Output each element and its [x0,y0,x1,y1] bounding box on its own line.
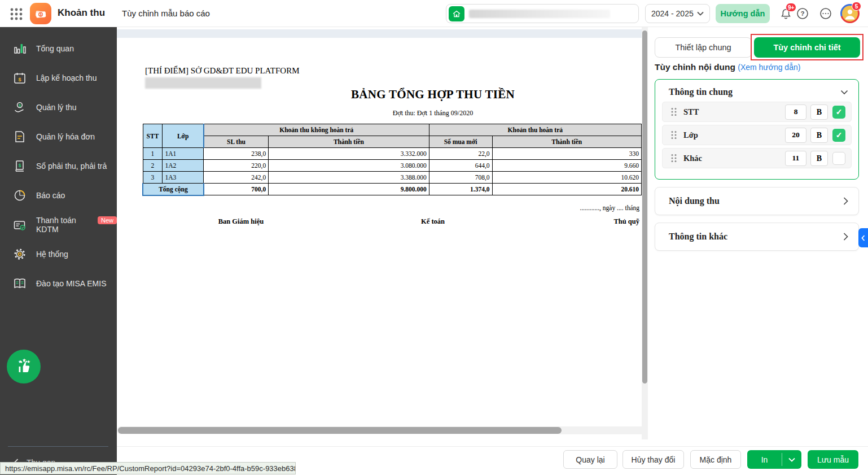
chevron-right-icon [843,233,848,241]
panel-collapse-button[interactable] [858,228,868,247]
drag-handle-icon[interactable] [670,154,678,163]
sidebar-item-quan-ly-hoa-don[interactable]: Quản lý hóa đơn [0,122,117,151]
report-page: [THÍ ĐIỂM] SỞ GD&ĐT EDU PLATFORM BẢNG TỔ… [117,38,642,433]
bar-chart-icon [12,41,27,56]
cell-thanh-tien-2: 9.660 [492,160,641,172]
school-year-value: 2024 - 2025 [651,9,694,18]
signature-ban-giam-hieu: Ban Giám hiệu [201,217,280,226]
svg-text:$: $ [19,163,21,168]
drag-handle-icon[interactable] [670,107,678,116]
drag-handle-icon[interactable] [670,130,678,140]
col-group-refund: Khoản thu hoàn trả [429,124,641,136]
status-url-text: https://emisapp.misa.vn/rc/Fee/RP/Custom… [5,464,296,473]
khoan-thu-app-icon[interactable]: $ [30,3,51,24]
sidebar-item-label: Lập kế hoạch thu [36,73,97,82]
visibility-checkbox-checked[interactable]: ✓ [832,106,845,119]
sidebar-item-dao-tao-misa-emis[interactable]: Đào tạo MISA EMIS [0,269,117,298]
default-button[interactable]: Mặc định [690,450,741,469]
noi-dung-thu-card[interactable]: Nội dung thu [655,187,859,215]
save-template-button[interactable]: Lưu mẫu [808,450,858,469]
tab-thiet-lap-chung[interactable]: Thiết lập chung [655,37,752,58]
help-button[interactable]: Hướng dẫn [716,4,770,23]
ledger-icon: $ [12,159,27,173]
more-options-icon[interactable] [818,6,834,21]
home-icon[interactable] [449,6,464,21]
view-guide-link[interactable]: (Xem hướng dẫn) [738,63,800,72]
field-row-stt: STT B ✓ [662,102,852,122]
cell-total-so-mua-moi: 1.374,0 [429,184,492,195]
print-dropdown-button[interactable] [782,450,801,469]
svg-text:★: ★ [27,359,30,364]
svg-text:★: ★ [22,358,26,363]
sidebar-item-lap-ke-hoach-thu[interactable]: $ Lập kế hoạch thu [0,63,117,93]
bold-toggle-button[interactable]: B [810,104,828,120]
report-org-redacted [145,77,261,89]
thong-tin-khac-title: Thông tin khác [669,232,727,242]
avatar[interactable]: 5 [840,4,860,23]
col-header-thanh-tien-2: Thành tiền [492,136,641,148]
column-width-input[interactable] [785,151,806,166]
cell-sl-thu: 238,0 [204,148,269,160]
sidebar-item-quan-ly-thu[interactable]: $ Quản lý thu [0,93,117,122]
svg-text:$: $ [18,77,21,82]
sidebar-item-label: Thanh toán KDTM [36,216,85,234]
cell-lop: 1A3 [163,172,204,184]
avatar-badge: 5 [852,2,861,11]
col-group-nonrefund: Khoản thu không hoàn trả [204,124,429,136]
sidebar-item-thanh-toan-kdtm[interactable]: Thanh toán KDTM New [0,210,117,239]
pie-chart-icon [12,188,27,203]
cell-thanh-tien-1: 3.080.000 [269,160,429,172]
sidebar-item-label: Sổ phải thu, phải trả [36,162,107,171]
sidebar-item-he-thong[interactable]: Hệ thống [0,239,117,269]
cell-so-mua-moi: 22,0 [429,148,492,160]
svg-text:?: ? [800,10,804,17]
cell-thanh-tien-1: 3.332.000 [269,148,429,160]
app-title: Khoản thu [58,7,105,19]
cell-total-thanh-tien-1: 9.800.000 [269,184,429,195]
school-year-select[interactable]: 2024 - 2025 [645,4,710,23]
feedback-thumbs-up-icon[interactable]: ★★★ [7,350,41,384]
cell-lop: 1A1 [163,148,204,160]
app-launcher-icon[interactable] [10,8,23,20]
content-top-strip [117,29,642,38]
open-book-icon [12,276,27,291]
cancel-changes-button[interactable]: Hủy thay đổi [622,450,684,469]
general-info-card-header[interactable]: Thông tin chung [655,80,858,102]
report-vertical-scrollbar[interactable] [642,27,648,439]
sidebar-item-tong-quan[interactable]: Tổng quan [0,34,117,63]
sidebar-item-so-phai-thu-phai-tra[interactable]: $ Sổ phải thu, phải trả [0,151,117,181]
sidebar-item-bao-cao[interactable]: Báo cáo [0,181,117,210]
chevron-down-icon[interactable] [840,90,848,95]
col-header-stt: STT [143,124,163,148]
general-info-card: Thông tin chung STT B ✓ Lớp B ✓ Khác [655,79,859,180]
report-horizontal-scrollbar[interactable] [117,426,646,434]
svg-text:$: $ [40,12,42,17]
help-circle-icon[interactable]: ? [795,6,810,21]
notification-bell-icon[interactable]: 9+ [778,6,794,21]
report-subtitle: Đợt thu: Đợt 1 tháng 09/2020 [258,109,608,117]
content-title-row: Tùy chỉnh nội dung (Xem hướng dẫn) [655,62,800,72]
print-button[interactable]: In [747,450,782,469]
visibility-checkbox-checked[interactable]: ✓ [832,129,845,142]
back-button[interactable]: Quay lại [563,450,617,469]
cell-so-mua-moi: 644,0 [429,160,492,172]
chevron-down-icon [697,11,704,16]
column-width-input[interactable] [785,128,806,143]
bold-toggle-button[interactable]: B [810,128,828,143]
cell-sl-thu: 242,0 [204,172,269,184]
column-width-input[interactable] [785,104,806,120]
bold-toggle-button[interactable]: B [810,151,828,166]
print-button-group: In [747,450,801,469]
col-header-so-mua-moi: Số mua mới [429,136,492,148]
status-url-tooltip: https://emisapp.misa.vn/rc/Fee/RP/Custom… [0,462,296,474]
app-root: $ Khoản thu Tùy chỉnh mẫu báo cáo 2024 -… [0,0,868,475]
card-check-icon [12,217,27,232]
thong-tin-khac-card[interactable]: Thông tin khác [655,223,859,251]
tab-tuy-chinh-chi-tiet[interactable]: Tùy chỉnh chi tiết [754,37,860,58]
sidebar-item-label: Quản lý hóa đơn [36,132,95,141]
search-input[interactable] [446,4,639,23]
field-label: Khác [683,154,785,163]
visibility-checkbox-unchecked[interactable] [832,152,845,165]
sidebar-divider [8,446,108,447]
sidebar-item-label: Đào tạo MISA EMIS [36,279,107,288]
